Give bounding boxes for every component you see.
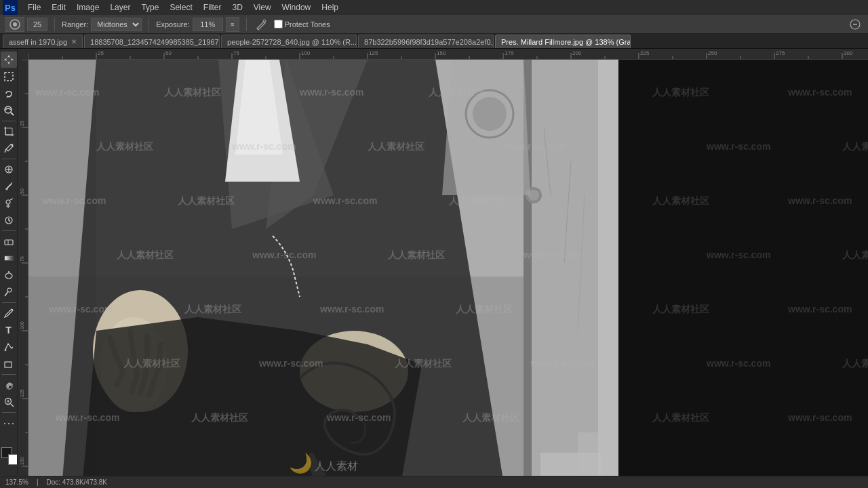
color-swatches[interactable] — [1, 447, 18, 465]
dark-watermark-9: 人人素材社区 — [652, 304, 709, 316]
dodge-icon — [3, 287, 14, 298]
ruler-area — [18, 49, 868, 60]
exposure-slider-icon[interactable]: ≡ — [226, 17, 239, 32]
svg-line-13 — [5, 149, 6, 152]
ranger-select[interactable]: Midtones — [91, 18, 142, 31]
crop-tool[interactable] — [1, 123, 17, 140]
tool-sep-2 — [2, 159, 16, 159]
tab-bar: asseff in 1970.jpg ✕ 18835708_1234574249… — [0, 34, 868, 49]
tool-sep-5 — [2, 374, 16, 375]
dark-watermark-5: 人人素材社区 — [652, 195, 709, 207]
brush-icon — [9, 18, 21, 30]
tab-3-label: 87b322b5996f98f3d19a577e208a2ef0.jpg — [364, 38, 494, 46]
healing-icon — [3, 164, 14, 175]
menu-window[interactable]: Window — [277, 0, 316, 15]
eraser-tool[interactable] — [1, 233, 17, 249]
shape-icon — [3, 359, 14, 369]
dark-watermark-12: 人人素材社区 — [842, 358, 868, 370]
extra-tools[interactable]: ⋯ — [1, 415, 17, 431]
airbrush-icon — [255, 18, 267, 30]
gradient-icon — [3, 253, 14, 264]
eyedropper-tool[interactable] — [1, 140, 17, 157]
hand-tool[interactable] — [1, 377, 17, 393]
tab-0-close[interactable]: ✕ — [71, 38, 77, 45]
move-tool[interactable] — [1, 52, 17, 68]
canvas-container[interactable]: www.r-sc.com 人人素材社区 www.r-sc.com 人人素材社区 … — [28, 60, 868, 476]
status-separator: | — [37, 479, 39, 486]
menu-image[interactable]: Image — [72, 0, 104, 15]
exposure-input[interactable] — [193, 18, 223, 31]
cancel-icon — [849, 18, 861, 30]
menu-select[interactable]: Select — [165, 0, 197, 15]
lasso-tool[interactable] — [1, 85, 17, 102]
svg-line-8 — [11, 113, 14, 115]
separator-2 — [149, 18, 149, 31]
shape-tool[interactable] — [1, 356, 17, 372]
history-brush-tool[interactable] — [1, 212, 17, 228]
svg-point-25 — [5, 273, 12, 279]
ruler-vertical — [18, 60, 28, 476]
svg-point-14 — [11, 144, 13, 146]
menu-edit[interactable]: Edit — [47, 0, 71, 15]
brush-icon — [3, 181, 14, 192]
pen-tool[interactable] — [1, 305, 17, 321]
blur-tool[interactable] — [1, 267, 17, 283]
svg-line-28 — [5, 292, 8, 297]
marquee-tool[interactable] — [1, 68, 17, 85]
clone-icon — [3, 198, 14, 209]
svg-rect-44 — [598, 60, 618, 476]
menu-view[interactable]: View — [249, 0, 276, 15]
svg-marker-5 — [4, 55, 14, 64]
tab-2[interactable]: people-2572728_640.jpg @ 110% (R... ✕ — [221, 35, 357, 48]
gradient-tool[interactable] — [1, 250, 17, 266]
tab-2-label: people-2572728_640.jpg @ 110% (R... — [227, 38, 357, 46]
ranger-label: Ranger: — [62, 20, 88, 28]
clone-stamp-tool[interactable] — [1, 195, 17, 211]
options-bar: Ranger: Midtones Exposure: ≡ Protect Ton… — [0, 15, 868, 34]
brush-options — [5, 17, 47, 32]
separator-1 — [54, 18, 55, 31]
dodge-tool[interactable] — [1, 284, 17, 300]
protect-tones-label[interactable]: Protect Tones — [274, 20, 330, 28]
menu-3d[interactable]: 3D — [227, 0, 247, 15]
menu-filter[interactable]: Filter — [199, 0, 226, 15]
path-sel-icon — [3, 342, 14, 352]
menu-type[interactable]: Type — [136, 0, 163, 15]
dark-watermark-14: www.r-sc.com — [788, 412, 852, 423]
exposure-control: Exposure: ≡ — [156, 17, 239, 32]
tab-0[interactable]: asseff in 1970.jpg ✕ — [3, 35, 83, 48]
history-icon — [3, 215, 14, 226]
healing-tool[interactable] — [1, 161, 17, 178]
svg-rect-22 — [5, 240, 13, 245]
brush-preset-picker[interactable] — [5, 17, 24, 32]
tab-1[interactable]: 18835708_1234574249985385_21967824999791… — [84, 35, 220, 48]
marquee-icon — [3, 71, 14, 82]
tab-4[interactable]: Pres. Millard Fillmore.jpg @ 138% (Gray/… — [495, 35, 631, 48]
menu-file[interactable]: File — [23, 0, 45, 15]
ruler-v-canvas — [18, 60, 28, 476]
brush-tool[interactable] — [1, 178, 17, 195]
path-selection-tool[interactable] — [1, 339, 17, 355]
svg-rect-51 — [578, 432, 612, 476]
background-color[interactable] — [8, 454, 18, 465]
menu-layer[interactable]: Layer — [105, 0, 135, 15]
text-tool[interactable]: T — [1, 322, 17, 338]
brush-size-input[interactable] — [27, 18, 47, 31]
crop-icon — [3, 126, 14, 137]
done-button[interactable] — [848, 17, 863, 32]
photo-svg — [28, 60, 618, 476]
quick-selection-tool[interactable] — [1, 102, 17, 119]
protect-tones-checkbox[interactable] — [274, 20, 283, 28]
doc-info: Doc: 473.8K/473.8K — [47, 479, 108, 486]
tool-sep-3 — [2, 230, 16, 231]
airbrush-button[interactable] — [254, 17, 269, 32]
tool-sep-4 — [2, 302, 16, 303]
dark-watermark-11: www.r-sc.com — [707, 358, 770, 369]
menu-help[interactable]: Help — [317, 0, 343, 15]
zoom-tool[interactable] — [1, 394, 17, 410]
lasso-icon — [3, 88, 14, 99]
dark-watermark-7: www.r-sc.com — [707, 249, 770, 260]
status-bar: 137.5% | Doc: 473.8K/473.8K — [0, 476, 868, 488]
dark-watermark-8: 人人素材社区 — [842, 249, 868, 262]
tab-3[interactable]: 87b322b5996f98f3d19a577e208a2ef0.jpg ✕ — [358, 35, 494, 48]
